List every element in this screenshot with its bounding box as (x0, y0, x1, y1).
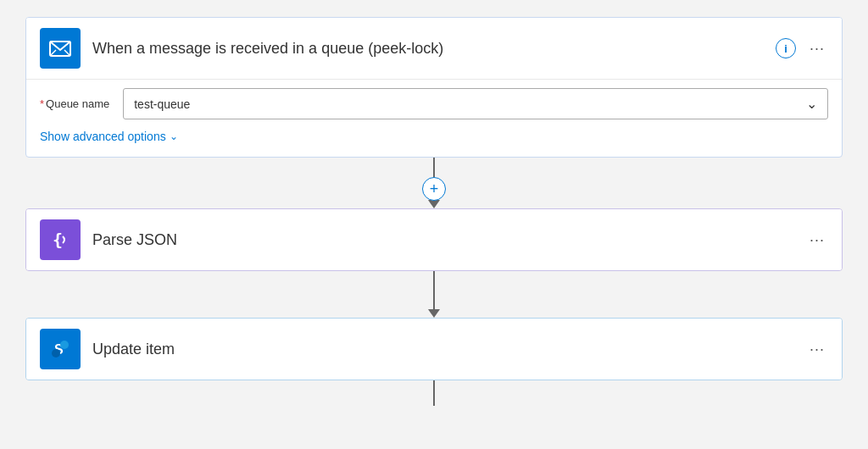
arrow-down-icon (428, 200, 440, 208)
parse-json-icon-svg: { (48, 228, 72, 252)
queue-icon-svg (47, 36, 73, 61)
flow-container: When a message is received in a queue (p… (25, 17, 843, 406)
trigger-card-title: When a message is received in a queue (p… (92, 40, 776, 58)
connector-line-top (433, 158, 435, 177)
plus-icon: + (430, 180, 439, 198)
add-step-connector: + (422, 158, 446, 208)
parse-json-icon: { (40, 219, 81, 260)
bottom-connector-line (433, 380, 435, 406)
parse-json-title: Parse JSON (92, 231, 806, 249)
queue-name-dropdown[interactable]: test-queue ⌄ (123, 88, 828, 119)
parse-json-card: { Parse JSON ··· (25, 208, 843, 271)
info-icon: i (784, 42, 787, 55)
parse-json-more-icon: ··· (810, 231, 825, 248)
parse-json-more-button[interactable]: ··· (806, 228, 828, 252)
svg-text:{: { (53, 230, 63, 250)
update-item-title: Update item (92, 341, 806, 358)
queue-field-label: *Queue name (40, 97, 109, 110)
update-item-card: S Update item ··· (25, 318, 843, 380)
required-star: * (40, 97, 44, 110)
show-advanced-options[interactable]: Show advanced options ⌄ (40, 130, 828, 143)
trigger-card-header: When a message is received in a queue (p… (26, 18, 842, 79)
simple-arrow-down-icon (428, 309, 440, 318)
add-step-button[interactable]: + (422, 177, 446, 201)
update-item-actions: ··· (806, 337, 828, 362)
trigger-card-body: *Queue name test-queue ⌄ Show advanced o… (26, 79, 842, 157)
more-options-button[interactable]: ··· (806, 36, 828, 61)
trigger-card-icon (40, 28, 81, 69)
svg-point-6 (60, 341, 69, 349)
more-icon: ··· (810, 40, 825, 57)
parse-json-card-header: { Parse JSON ··· (26, 209, 842, 270)
info-button[interactable]: i (776, 38, 796, 58)
update-item-card-header: S Update item ··· (26, 319, 842, 380)
queue-value: test-queue (134, 97, 190, 111)
sharepoint-icon-svg: S (47, 336, 73, 362)
simple-connector-line (433, 271, 435, 310)
show-advanced-chevron: ⌄ (170, 130, 178, 142)
svg-point-7 (52, 349, 60, 358)
simple-connector (428, 271, 440, 318)
update-item-more-icon: ··· (810, 341, 825, 358)
trigger-card-actions: i ··· (776, 36, 828, 61)
show-advanced-label: Show advanced options (40, 130, 166, 143)
svg-line-2 (64, 50, 70, 56)
update-item-more-button[interactable]: ··· (806, 337, 828, 362)
svg-line-1 (50, 50, 56, 56)
update-item-icon: S (40, 329, 81, 369)
trigger-card: When a message is received in a queue (p… (25, 17, 843, 158)
chevron-down-icon: ⌄ (806, 96, 817, 112)
parse-json-actions: ··· (806, 228, 828, 252)
queue-field-row: *Queue name test-queue ⌄ (40, 88, 828, 119)
